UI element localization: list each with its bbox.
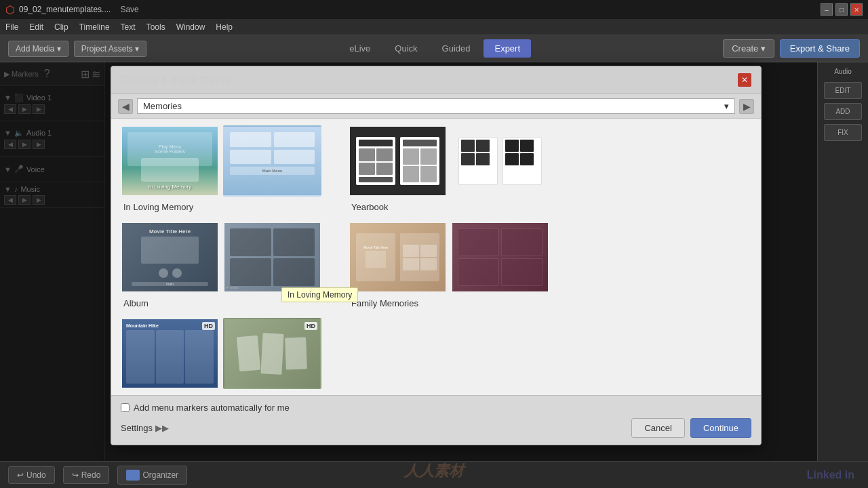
theme-yb-pair <box>349 125 549 197</box>
theme-yb-thumb1-img[interactable] <box>349 125 447 197</box>
continue-button[interactable]: Continue <box>690 418 751 438</box>
thumb-fm2-visual <box>452 223 548 291</box>
theme-fm-thumb2-img[interactable] <box>451 222 549 293</box>
theme-family-memories: Movie Title Here <box>349 222 549 308</box>
hd-badge-mb1: HD <box>202 322 215 330</box>
theme-album-thumb2-img[interactable]: ▸ main <box>223 222 321 293</box>
fm-book2 <box>400 233 439 281</box>
chevron-down-icon: ▾ <box>724 101 729 111</box>
album2-cell1 <box>230 228 271 256</box>
save-label[interactable]: Save <box>120 5 138 14</box>
theme-ilm-thumb1-img[interactable]: Play MenuScene Folders In Loving Memory <box>121 125 219 197</box>
nav-right: Create ▾ Export & Share <box>723 39 860 58</box>
auto-markers-checkbox[interactable] <box>121 403 130 412</box>
theme-yb-thumb1[interactable] <box>349 125 447 197</box>
auto-markers-label[interactable]: Add menu markers automatically for me <box>134 403 290 413</box>
menu-tools[interactable]: Tools <box>146 22 165 32</box>
theme-album-thumb2[interactable]: ▸ main <box>223 222 321 293</box>
minimize-button[interactable]: – <box>821 3 833 16</box>
edit-button[interactable]: EDIT <box>824 82 862 99</box>
cancel-button[interactable]: Cancel <box>631 418 684 438</box>
modal-close-button[interactable]: ✕ <box>738 73 751 87</box>
maximize-button[interactable]: □ <box>835 3 848 16</box>
title-bar: ⬡ 09_02_menutemplates.... Save – □ ✕ <box>0 0 868 19</box>
organizer-button[interactable]: Organizer <box>117 466 187 485</box>
undo-icon: ↩ <box>17 470 24 480</box>
thumb-yb2-visual <box>452 127 548 195</box>
yb2-row3 <box>505 140 539 152</box>
mb-cell2 <box>156 330 184 384</box>
tab-quick[interactable]: Quick <box>384 39 428 58</box>
tab-guided[interactable]: Guided <box>431 39 481 58</box>
menu-help[interactable]: Help <box>216 22 233 32</box>
mb2-photo1 <box>236 336 260 372</box>
theme-mb-thumb2[interactable]: HD <box>223 318 321 389</box>
category-dropdown[interactable]: Memories ▾ <box>137 98 735 114</box>
redo-button[interactable]: ↪ Redo <box>63 466 110 484</box>
theme-mb-thumb1[interactable]: Mountain Hike HD <box>121 318 219 389</box>
settings-expand-icon[interactable]: ▶▶ <box>155 423 169 433</box>
close-button[interactable]: ✕ <box>850 3 863 16</box>
theme-ilm-label: In Loving Memory <box>121 199 219 212</box>
theme-fm-pair: Movie Title Here <box>349 222 549 293</box>
settings-row[interactable]: Settings ▶▶ <box>121 423 169 433</box>
theme-fm-thumb1[interactable]: Movie Title Here <box>349 222 447 293</box>
modal-title: Choose a menu theme <box>121 74 231 86</box>
theme-fm-thumb2[interactable] <box>451 222 549 293</box>
choose-menu-theme-modal: Choose a menu theme ✕ ◀ Memories ▾ ▶ <box>111 66 762 445</box>
export-share-button[interactable]: Export & Share <box>780 39 860 58</box>
mb-cell3 <box>185 330 214 384</box>
theme-album-thumb1-img[interactable]: Movie Title Here main <box>121 222 219 293</box>
add-media-button[interactable]: Add Media ▾ <box>8 41 68 57</box>
theme-album-label: Album <box>121 296 219 308</box>
linkedin-watermark: Linked in <box>807 469 854 481</box>
fm2-cell2 <box>501 228 542 256</box>
create-button[interactable]: Create ▾ <box>723 39 774 58</box>
theme-album-thumb1[interactable]: Movie Title Here main <box>121 222 219 293</box>
organizer-icon <box>126 470 140 481</box>
theme-yb-thumb2[interactable] <box>451 125 549 197</box>
theme-mb-thumb1-img[interactable]: Mountain Hike HD <box>121 318 219 389</box>
window-controls: – □ ✕ <box>821 3 863 16</box>
menu-timeline[interactable]: Timeline <box>79 22 110 32</box>
fix-button[interactable]: FIX <box>824 124 862 141</box>
add-button[interactable]: ADD <box>824 103 862 120</box>
project-assets-button[interactable]: Project Assets ▾ <box>74 41 146 57</box>
category-nav: ◀ Memories ▾ ▶ <box>111 94 761 119</box>
theme-fm-label: Family Memories <box>349 296 447 308</box>
theme-album-pair: Movie Title Here main <box>121 222 321 293</box>
mb-title: Mountain Hike <box>126 323 214 328</box>
main-content: ▶ Markers ? ⊞ ≋ ▼ ⬛ Video 1 ◀ ▶ ▶ <box>0 62 868 488</box>
settings-label[interactable]: Settings <box>121 423 153 433</box>
theme-ilm-thumb1[interactable]: Play MenuScene Folders In Loving Memory <box>121 125 219 197</box>
ilm-thumb1-label: In Loving Memory <box>149 184 192 190</box>
tab-expert[interactable]: Expert <box>484 39 531 58</box>
menu-edit[interactable]: Edit <box>29 22 43 32</box>
menu-window[interactable]: Window <box>176 22 205 32</box>
category-prev-button[interactable]: ◀ <box>118 99 133 114</box>
theme-ilm-pair: Play MenuScene Folders In Loving Memory <box>121 125 321 197</box>
album2-cell2 <box>273 228 315 256</box>
yb2-page-2 <box>502 137 542 185</box>
theme-ilm-thumb2-img[interactable]: Main Menu <box>223 125 321 197</box>
menu-clip[interactable]: Clip <box>54 22 68 32</box>
theme-ilm-thumb2[interactable]: Main Menu <box>223 125 321 197</box>
mb2-photo3 <box>285 338 307 370</box>
theme-fm-thumb1-img[interactable]: Movie Title Here <box>349 222 447 293</box>
theme-album: Movie Title Here main <box>121 222 321 308</box>
undo-button[interactable]: ↩ Undo <box>8 466 55 484</box>
audio-label: Audio <box>834 68 852 75</box>
tab-elive[interactable]: eLive <box>338 39 381 58</box>
menu-text[interactable]: Text <box>121 22 136 32</box>
theme-mb-thumb2-img[interactable]: HD <box>223 318 321 389</box>
mb2-photo2 <box>260 333 283 374</box>
category-next-button[interactable]: ▶ <box>739 99 754 114</box>
menu-file[interactable]: File <box>5 22 18 32</box>
footer-buttons: Cancel Continue <box>631 418 751 438</box>
theme-yb-thumb2-img[interactable] <box>451 125 549 197</box>
modal-footer: Add menu markers automatically for me Se… <box>111 395 761 445</box>
album-thumb1-title: Movie Title Here <box>149 228 191 235</box>
yb-title <box>359 140 393 146</box>
thumb-album1-visual: Movie Title Here main <box>122 223 218 291</box>
fm2-cell3 <box>458 258 499 286</box>
